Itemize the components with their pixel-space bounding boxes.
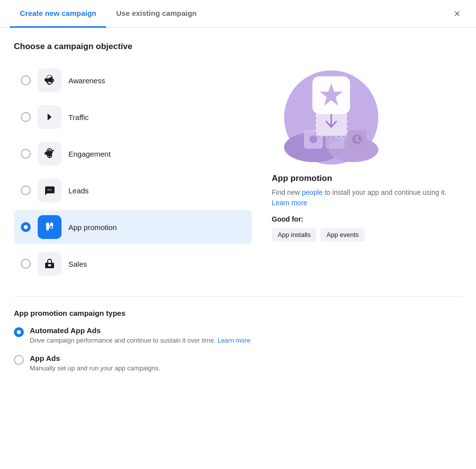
app-promotion-icon	[38, 215, 61, 239]
detail-title: App promotion	[272, 174, 462, 183]
desc-after-link: to install your app and continue using i…	[323, 188, 447, 196]
traffic-icon	[38, 105, 61, 129]
tag-app-installs: App installs	[272, 228, 316, 241]
type-text-automated: Automated App Ads Drive campaign perform…	[30, 326, 250, 345]
svg-point-15	[309, 135, 317, 143]
objective-app-promotion[interactable]: App promotion	[14, 210, 252, 244]
svg-point-1	[49, 189, 50, 190]
traffic-label: Traffic	[68, 113, 89, 121]
sales-icon	[38, 252, 61, 276]
app-ads-label: App Ads	[30, 354, 160, 362]
awareness-label: Awareness	[68, 76, 105, 85]
leads-label: Leads	[68, 186, 89, 195]
section-title: Choose a campaign objective	[14, 42, 462, 52]
objective-awareness[interactable]: Awareness	[14, 63, 252, 97]
app-ads-desc: Manually set up and run your app campaig…	[30, 364, 160, 373]
type-text-app-ads: App Ads Manually set up and run your app…	[30, 354, 160, 373]
engagement-label: Engagement	[68, 150, 111, 158]
tag-app-events: App events	[320, 228, 364, 241]
automated-label: Automated App Ads	[30, 326, 250, 335]
modal: Create new campaign Use existing campaig…	[0, 0, 476, 398]
radio-automated[interactable]	[14, 327, 24, 337]
main-content: Choose a campaign objective Awareness	[0, 28, 476, 398]
type-option-app-ads[interactable]: App Ads Manually set up and run your app…	[14, 354, 462, 373]
objective-leads[interactable]: Leads	[14, 174, 252, 207]
desc-before-link: Find new	[272, 188, 302, 196]
tab-use-existing[interactable]: Use existing campaign	[106, 0, 207, 28]
tabs-bar: Create new campaign Use existing campaig…	[0, 0, 476, 28]
two-column-layout: Awareness Traffic	[14, 63, 462, 281]
tags-container: App installs App events	[272, 228, 462, 241]
detail-panel: App promotion Find new people to install…	[272, 63, 462, 281]
awareness-icon	[38, 68, 61, 92]
svg-point-2	[51, 189, 52, 190]
radio-leads[interactable]	[21, 185, 31, 195]
objectives-list: Awareness Traffic	[14, 63, 252, 281]
desc-people-link[interactable]: people	[302, 188, 323, 196]
type-option-automated[interactable]: Automated App Ads Drive campaign perform…	[14, 326, 462, 345]
campaign-types-title: App promotion campaign types	[14, 309, 462, 317]
close-button[interactable]: ×	[448, 5, 466, 23]
objective-traffic[interactable]: Traffic	[14, 100, 252, 134]
tab-create-new[interactable]: Create new campaign	[10, 0, 106, 28]
app-promotion-label: App promotion	[68, 223, 117, 232]
automated-learn-more-link[interactable]: Learn more	[218, 337, 250, 344]
radio-traffic[interactable]	[21, 112, 31, 122]
engagement-icon	[38, 142, 61, 166]
radio-engagement[interactable]	[21, 149, 31, 159]
sales-label: Sales	[68, 260, 87, 268]
objective-sales[interactable]: Sales	[14, 247, 252, 281]
automated-desc: Drive campaign performance and continue …	[30, 336, 250, 345]
radio-app-ads[interactable]	[14, 355, 24, 365]
svg-point-0	[48, 189, 49, 190]
campaign-types-section: App promotion campaign types Automated A…	[14, 296, 462, 373]
svg-rect-7	[48, 264, 51, 266]
automated-desc-text: Drive campaign performance and continue …	[30, 337, 216, 344]
radio-awareness[interactable]	[21, 75, 31, 85]
detail-description: Find new people to install your app and …	[272, 187, 462, 208]
radio-sales[interactable]	[21, 259, 31, 269]
app-promotion-illustration	[272, 65, 391, 165]
radio-app-promotion[interactable]	[21, 222, 31, 232]
good-for-label: Good for:	[272, 215, 462, 223]
objective-engagement[interactable]: Engagement	[14, 137, 252, 171]
learn-more-link[interactable]: Learn more	[272, 199, 307, 207]
leads-icon	[38, 178, 61, 202]
